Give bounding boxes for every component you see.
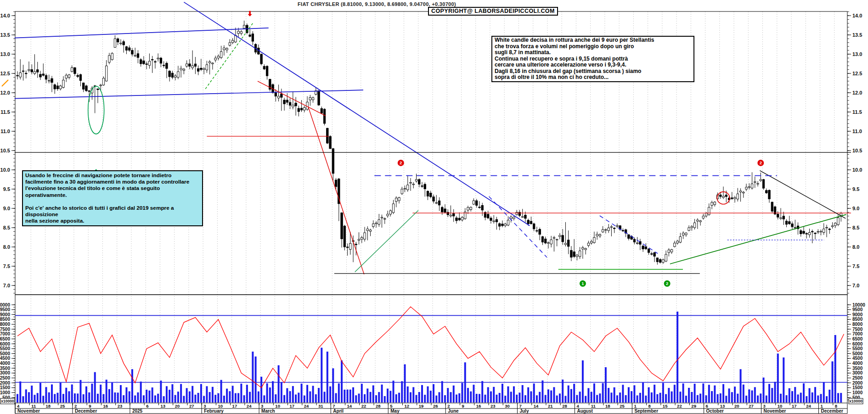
svg-text:9500: 9500 (852, 307, 863, 312)
svg-text:8.5: 8.5 (3, 225, 10, 230)
svg-text:9.5: 9.5 (3, 186, 10, 192)
svg-text:27: 27 (749, 403, 754, 408)
svg-text:3: 3 (203, 403, 206, 408)
svg-text:February: February (204, 408, 224, 414)
svg-text:x10000: x10000 (1, 399, 14, 403)
svg-text:10.5: 10.5 (0, 148, 10, 153)
svg-text:10000: 10000 (0, 302, 10, 308)
svg-text:4000: 4000 (852, 361, 863, 366)
volume-indicator-line (17, 307, 844, 387)
svg-text:10: 10 (778, 403, 783, 408)
svg-text:11: 11 (31, 403, 36, 408)
svg-text:19: 19 (419, 403, 424, 408)
highlight-ellipse (88, 86, 104, 134)
svg-text:7500: 7500 (852, 327, 863, 332)
svg-text:11.0: 11.0 (0, 129, 10, 134)
svg-text:12.5: 12.5 (852, 71, 862, 76)
svg-text:9.0: 9.0 (852, 206, 859, 211)
svg-text:6: 6 (706, 403, 708, 408)
svg-text:27: 27 (189, 403, 194, 408)
svg-text:15: 15 (663, 403, 668, 408)
svg-text:17: 17 (232, 403, 237, 408)
svg-text:23: 23 (490, 403, 496, 408)
svg-text:12.0: 12.0 (0, 90, 10, 95)
svg-text:7.5: 7.5 (852, 263, 859, 269)
analysis-note-box: White candle decisa in rottura anche dei… (491, 36, 694, 82)
svg-text:6500: 6500 (0, 336, 10, 341)
svg-text:12.0: 12.0 (852, 90, 862, 95)
svg-text:28: 28 (562, 403, 567, 408)
svg-text:8.5: 8.5 (852, 225, 859, 230)
svg-text:8: 8 (835, 403, 837, 408)
svg-text:12.5: 12.5 (0, 71, 10, 76)
svg-text:5: 5 (390, 403, 393, 408)
indicator-line (17, 307, 844, 387)
svg-text:April: April (333, 408, 344, 414)
svg-text:11.5: 11.5 (0, 109, 10, 115)
svg-text:x10000: x10000 (849, 399, 862, 403)
svg-text:13: 13 (160, 403, 165, 408)
svg-text:July: July (519, 408, 529, 414)
svg-text:8500: 8500 (852, 317, 863, 322)
svg-text:6500: 6500 (852, 336, 863, 341)
svg-text:17: 17 (290, 403, 295, 408)
svg-text:16: 16 (103, 403, 108, 408)
svg-text:March: March (261, 408, 275, 414)
svg-text:November: November (764, 408, 786, 414)
svg-text:12: 12 (405, 403, 410, 408)
svg-text:8500: 8500 (0, 317, 10, 322)
svg-text:2: 2 (666, 281, 668, 286)
svg-text:November: November (17, 408, 40, 414)
svg-text:3: 3 (261, 403, 263, 408)
svg-text:10.5: 10.5 (852, 148, 862, 153)
svg-text:1000: 1000 (0, 390, 10, 395)
svg-text:8: 8 (648, 403, 651, 408)
svg-text:10000: 10000 (852, 302, 865, 308)
svg-text:9: 9 (462, 403, 464, 408)
svg-text:4500: 4500 (852, 356, 863, 361)
svg-text:23: 23 (118, 403, 123, 408)
svg-text:24: 24 (304, 403, 309, 408)
candlesticks (17, 21, 842, 265)
svg-text:June: June (448, 408, 459, 414)
svg-text:6000: 6000 (852, 341, 863, 347)
svg-text:14: 14 (534, 403, 539, 408)
svg-text:4000: 4000 (0, 361, 10, 366)
svg-text:13.0: 13.0 (852, 51, 862, 57)
svg-text:14.0: 14.0 (852, 13, 862, 18)
svg-text:1: 1 (821, 403, 823, 408)
svg-text:29: 29 (691, 403, 696, 408)
date-axis: November4111825December29162320256132027… (15, 403, 847, 414)
svg-text:December: December (821, 408, 843, 414)
svg-text:20: 20 (175, 403, 180, 408)
svg-text:24: 24 (806, 403, 811, 408)
svg-text:13: 13 (720, 403, 725, 408)
svg-text:2: 2 (400, 160, 402, 165)
svg-text:7500: 7500 (0, 327, 10, 332)
svg-text:3000: 3000 (0, 370, 10, 375)
svg-text:30: 30 (505, 403, 510, 408)
svg-text:7000: 7000 (0, 331, 10, 336)
svg-text:18: 18 (45, 403, 51, 408)
svg-text:1500: 1500 (852, 385, 863, 390)
svg-text:13.5: 13.5 (852, 32, 862, 38)
svg-text:9000: 9000 (0, 312, 10, 317)
svg-text:3500: 3500 (852, 366, 863, 371)
svg-text:20: 20 (734, 403, 739, 408)
svg-text:9500: 9500 (0, 307, 10, 312)
svg-text:7.0: 7.0 (3, 283, 10, 288)
svg-text:22: 22 (677, 403, 682, 408)
svg-text:4: 4 (576, 403, 579, 408)
svg-text:18: 18 (605, 403, 610, 408)
svg-text:7.5: 7.5 (3, 263, 10, 269)
volume-bars (15, 312, 847, 403)
svg-text:4: 4 (17, 403, 20, 408)
svg-text:September: September (634, 408, 658, 414)
chart-title: FIAT CHRYSLER (8.81000, 9.13000, 8.69800… (298, 1, 456, 7)
svg-text:24: 24 (247, 403, 252, 408)
svg-text:2500: 2500 (852, 375, 863, 380)
numbered-badge: 1 (580, 280, 586, 287)
svg-text:3500: 3500 (0, 366, 10, 371)
svg-text:1500: 1500 (0, 385, 10, 390)
svg-text:17: 17 (792, 403, 797, 408)
